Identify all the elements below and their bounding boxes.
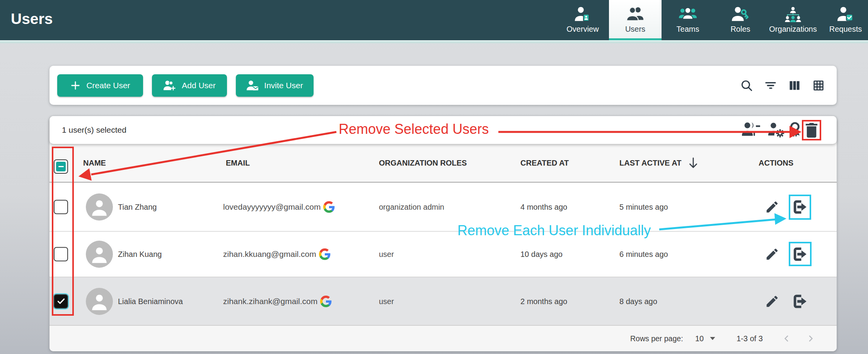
user-name: Lialia Beniaminova xyxy=(118,297,183,306)
edit-user-icon[interactable] xyxy=(765,294,779,309)
annotation-red-box-trash xyxy=(802,120,821,140)
user-email: lovedayyyyyyy@gmail.com xyxy=(223,201,335,213)
user-name: Zihan Kuang xyxy=(118,250,162,259)
tab-label: Requests xyxy=(829,25,862,34)
remove-user-icon[interactable] xyxy=(790,291,810,311)
invite-user-button[interactable]: Invite User xyxy=(236,74,314,97)
column-header-last-active[interactable]: LAST ACTIVE AT xyxy=(619,159,681,168)
tab-users[interactable]: Users xyxy=(609,0,662,40)
table-row: Tian Zhang lovedayyyyyyy@gmail.com organ… xyxy=(49,183,837,231)
add-user-button[interactable]: Add User xyxy=(152,74,227,97)
annotation-red-box-checkbox-column xyxy=(52,147,74,316)
plus-icon xyxy=(70,80,81,91)
chevron-left-icon[interactable] xyxy=(781,333,791,344)
google-icon xyxy=(323,201,335,213)
sort-desc-icon[interactable] xyxy=(687,157,699,169)
button-label: Add User xyxy=(182,81,216,90)
rows-per-page-label: Rows per page: xyxy=(630,334,683,343)
tab-overview[interactable]: Overview xyxy=(556,0,609,40)
user-created: 2 months ago xyxy=(520,297,567,306)
tab-label: Users xyxy=(625,25,645,34)
people-icon xyxy=(626,5,644,24)
users-table-card: 1 user(s) selected NAME EMAIL ORGANIZATI… xyxy=(49,116,837,351)
header-glow xyxy=(0,40,868,44)
actions-toolbar: Create User Add User Invite User xyxy=(49,66,837,105)
table-row: Zihan Kuang zihan.kkuang@gmail.com user … xyxy=(49,231,837,277)
create-user-button[interactable]: Create User xyxy=(57,74,143,97)
avatar xyxy=(86,241,113,268)
google-icon xyxy=(320,296,332,307)
annotation-cyan-box-row1-remove xyxy=(789,195,811,220)
search-icon[interactable] xyxy=(740,79,753,92)
user-last-active: 8 days ago xyxy=(619,297,657,306)
table-header-row: NAME EMAIL ORGANIZATION ROLES CREATED AT… xyxy=(49,144,837,183)
user-role: user xyxy=(379,250,394,259)
team-group-icon xyxy=(679,5,697,24)
group-remove-icon[interactable] xyxy=(742,121,761,139)
annotation-cyan-box-row2-remove xyxy=(789,242,812,266)
google-icon xyxy=(319,248,331,260)
annotation-remove-selected-text: Remove Selected Users xyxy=(339,121,489,137)
column-header-created[interactable]: CREATED AT xyxy=(520,159,569,168)
columns-icon[interactable] xyxy=(788,79,801,92)
filter-icon[interactable] xyxy=(764,79,777,92)
edit-user-icon[interactable] xyxy=(765,247,779,262)
tab-label: Overview xyxy=(566,25,599,34)
user-email: zihank.zihank@gmail.com xyxy=(223,296,332,307)
toolbar-icons xyxy=(740,66,825,105)
user-created: 4 months ago xyxy=(520,202,567,211)
chevron-right-icon[interactable] xyxy=(806,333,816,344)
manage-accounts-icon[interactable] xyxy=(768,121,785,139)
user-last-active: 6 minutes ago xyxy=(619,250,668,259)
rows-per-page-select[interactable]: 10 xyxy=(695,334,704,343)
tab-teams[interactable]: Teams xyxy=(662,0,714,40)
button-label: Create User xyxy=(86,81,130,90)
annotation-remove-individual-text: Remove Each User Individually xyxy=(457,222,651,239)
edit-user-icon[interactable] xyxy=(765,200,779,214)
pagination-range: 1-3 of 3 xyxy=(737,334,763,343)
person-add-icon xyxy=(163,80,176,91)
user-name: Tian Zhang xyxy=(118,202,157,211)
caret-down-icon[interactable] xyxy=(710,337,715,340)
person-invite-icon xyxy=(246,80,259,91)
tab-roles[interactable]: Roles xyxy=(714,0,767,40)
column-header-actions: ACTIONS xyxy=(759,159,793,168)
user-role: user xyxy=(379,297,394,306)
person-check-icon xyxy=(837,5,854,24)
grid-icon[interactable] xyxy=(812,79,825,92)
top-nav-bar: Users Overview Users Teams Roles Organiz… xyxy=(0,0,868,40)
avatar xyxy=(86,193,113,221)
page-title: Users xyxy=(11,10,53,27)
column-header-name[interactable]: NAME xyxy=(83,159,106,168)
tab-label: Organizations xyxy=(769,25,817,34)
app: Users Overview Users Teams Roles Organiz… xyxy=(0,0,868,354)
table-footer: Rows per page: 10 1-3 of 3 xyxy=(49,325,837,351)
person-key-icon xyxy=(732,5,749,24)
tab-label: Roles xyxy=(730,25,750,34)
org-chart-icon xyxy=(784,5,802,24)
person-badge-icon xyxy=(574,5,592,24)
selection-count-text: 1 user(s) selected xyxy=(62,125,126,135)
user-created: 10 days ago xyxy=(520,250,563,259)
user-email: zihan.kkuang@gmail.com xyxy=(223,248,331,260)
avatar xyxy=(86,288,113,315)
tab-requests[interactable]: Requests xyxy=(819,0,868,40)
tab-organizations[interactable]: Organizations xyxy=(767,0,819,40)
user-last-active: 5 minutes ago xyxy=(619,202,668,211)
tab-label: Teams xyxy=(677,25,699,34)
column-header-roles[interactable]: ORGANIZATION ROLES xyxy=(379,159,467,168)
table-row-selected: Lialia Beniaminova zihank.zihank@gmail.c… xyxy=(49,277,837,325)
button-label: Invite User xyxy=(264,81,303,90)
column-header-email[interactable]: EMAIL xyxy=(226,159,250,168)
user-role: organization admin xyxy=(379,202,444,211)
award-icon[interactable] xyxy=(788,121,802,139)
nav-tabs: Overview Users Teams Roles Organizations… xyxy=(556,0,868,40)
